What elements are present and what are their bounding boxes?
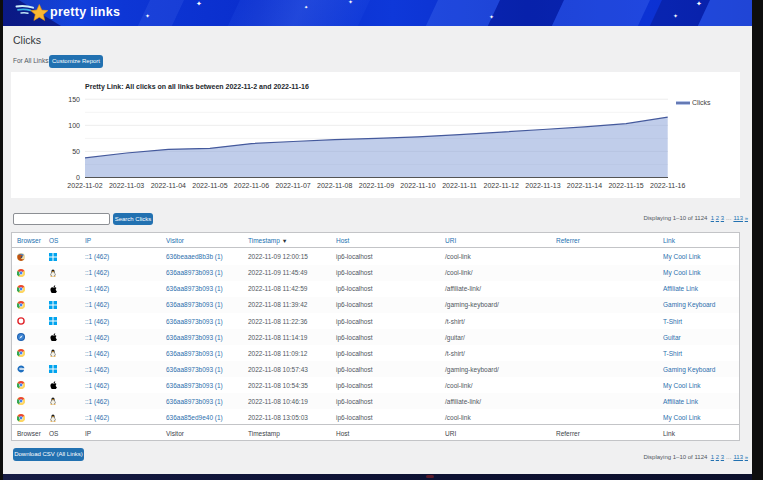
svg-text:2022-11-02: 2022-11-02 — [67, 182, 102, 189]
svg-text:2022-11-12: 2022-11-12 — [484, 182, 519, 189]
svg-text:2022-11-16: 2022-11-16 — [650, 182, 685, 189]
svg-text:100: 100 — [68, 122, 80, 129]
svg-text:150: 150 — [68, 96, 80, 103]
svg-text:2022-11-09: 2022-11-09 — [359, 182, 394, 189]
svg-text:2022-11-03: 2022-11-03 — [109, 182, 144, 189]
svg-text:50: 50 — [72, 148, 80, 155]
svg-text:2022-11-04: 2022-11-04 — [151, 182, 186, 189]
svg-text:2022-11-05: 2022-11-05 — [192, 182, 227, 189]
svg-text:2022-11-14: 2022-11-14 — [567, 182, 602, 189]
svg-text:2022-11-15: 2022-11-15 — [608, 182, 643, 189]
svg-text:2022-11-10: 2022-11-10 — [400, 182, 435, 189]
svg-text:2022-11-11: 2022-11-11 — [442, 182, 477, 189]
svg-text:2022-11-08: 2022-11-08 — [317, 182, 352, 189]
svg-text:2022-11-06: 2022-11-06 — [234, 182, 269, 189]
svg-text:2022-11-07: 2022-11-07 — [275, 182, 310, 189]
svg-text:0: 0 — [76, 174, 80, 181]
svg-text:2022-11-13: 2022-11-13 — [525, 182, 560, 189]
